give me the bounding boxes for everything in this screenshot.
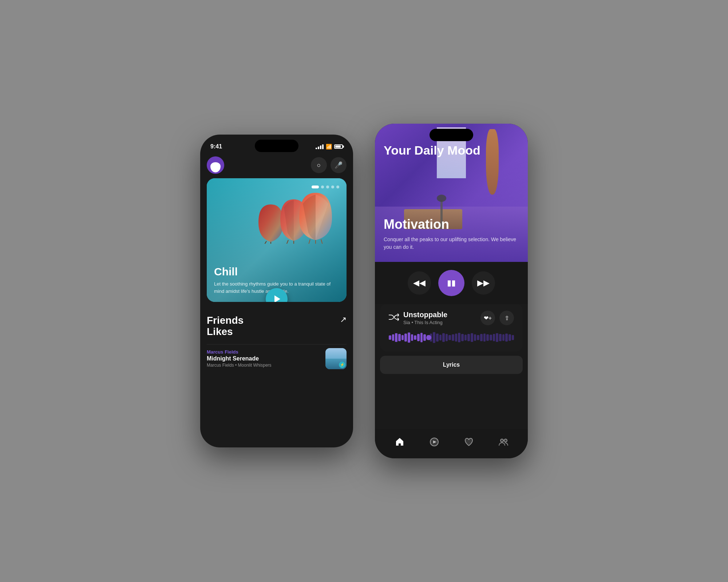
signal-icon [316, 144, 324, 149]
nav-now-playing[interactable] [429, 437, 439, 447]
waveform-container[interactable] [389, 330, 514, 345]
microphone-icon: 🎤 [335, 161, 343, 169]
hero2-description: Conquer all the peaks to our uplifting s… [384, 236, 519, 251]
play-circle-icon [429, 437, 439, 447]
balloon-1 [296, 189, 336, 244]
hero2-title-block: Motivation Conquer all the peaks to our … [384, 217, 519, 251]
pause-button[interactable]: ▮▮ [438, 270, 464, 296]
hero-category: Chill [214, 266, 339, 278]
heart-icon [464, 437, 474, 447]
friend-track-name: Midnight Serenade [207, 355, 272, 362]
avatar[interactable] [207, 156, 224, 174]
hero-dot-5 [336, 186, 339, 188]
search-button[interactable]: ○ [311, 157, 327, 173]
share-icon: ⇧ [505, 315, 509, 322]
pause-icon: ▮▮ [447, 278, 456, 288]
track-name: Unstoppable [403, 311, 476, 319]
phone-1: 9:41 📶 ○ 🎤 [200, 135, 353, 447]
hero-dot-1 [312, 186, 319, 188]
phone1-content: ○ 🎤 [200, 153, 353, 376]
playback-controls: ◀◀ ▮▮ ▶▶ [375, 262, 528, 304]
friends-header: Friends Likes ↗ [207, 315, 347, 338]
status-time: 9:41 [210, 143, 222, 150]
svg-line-3 [321, 239, 323, 244]
next-icon: ▶▶ [477, 278, 490, 288]
friends-see-all-button[interactable]: ↗ [340, 315, 347, 324]
progress-dot[interactable] [426, 335, 431, 340]
svg-line-4 [286, 240, 288, 244]
prev-icon: ◀◀ [413, 278, 426, 288]
prev-button[interactable]: ◀◀ [408, 271, 431, 295]
battery-icon [334, 144, 343, 149]
heart-plus-icon: ❤+ [484, 315, 492, 322]
hero2-area: Your Daily Mood Motivation Conquer all t… [375, 124, 528, 262]
play-icon [274, 295, 280, 302]
like-button[interactable]: ❤+ [480, 311, 495, 325]
svg-line-1 [308, 239, 310, 244]
hero2-mood-title: Motivation [384, 217, 519, 232]
hero-dot-3 [326, 186, 329, 188]
lightning-icon: ⚡ [340, 363, 344, 367]
friends-section: Friends Likes ↗ Marcus Fields Midnight S… [207, 302, 347, 376]
album-badge: ⚡ [339, 362, 345, 368]
bottom-nav [375, 429, 528, 458]
top-bar: ○ 🎤 [207, 153, 347, 178]
friend-album-art: ⚡ [325, 348, 347, 369]
home-icon [395, 437, 405, 447]
friend-item[interactable]: Marcus Fields Midnight Serenade Marcus F… [207, 344, 347, 373]
friends-title: Friends Likes [207, 315, 244, 338]
phone-2: Your Daily Mood Motivation Conquer all t… [375, 124, 528, 458]
dynamic-island-2 [430, 129, 473, 141]
svg-point-10 [500, 439, 503, 442]
search-icon: ○ [317, 162, 321, 169]
svg-line-6 [264, 241, 266, 244]
track-info: Unstoppable Sia • This Is Acting [403, 311, 476, 325]
top-actions: ○ 🎤 [311, 157, 347, 173]
friend-name: Marcus Fields [207, 349, 272, 355]
users-icon [498, 437, 509, 447]
share-button[interactable]: ⇧ [499, 311, 514, 325]
shuffle-icon[interactable] [389, 314, 399, 323]
track-meta: Sia • This Is Acting [403, 320, 476, 325]
track-section: Unstoppable Sia • This Is Acting ❤+ ⇧ [380, 304, 523, 351]
mic-button[interactable]: 🎤 [331, 157, 347, 173]
hero-dot-4 [331, 186, 334, 188]
phone2-content: Your Daily Mood Motivation Conquer all t… [375, 124, 528, 458]
shuffle-svg [389, 314, 399, 321]
album-sky [325, 348, 347, 360]
lyrics-button[interactable]: Lyrics [380, 356, 523, 374]
nav-favorites[interactable] [464, 437, 474, 447]
friend-info: Marcus Fields Midnight Serenade Marcus F… [207, 349, 272, 368]
svg-point-11 [504, 439, 507, 442]
friend-meta: Marcus Fields • Moonlit Whispers [207, 363, 272, 368]
next-button[interactable]: ▶▶ [472, 271, 495, 295]
status-icons: 📶 [316, 144, 343, 150]
hero-dot-2 [321, 186, 324, 188]
hero-card[interactable]: Chill Let the soothing rhythms guide you… [207, 178, 347, 302]
mic-head [437, 195, 446, 202]
nav-home[interactable] [395, 437, 405, 447]
avatar-silhouette [210, 162, 221, 172]
track-actions: ❤+ ⇧ [480, 311, 514, 325]
nav-social[interactable] [498, 437, 509, 447]
dynamic-island [255, 140, 298, 152]
wifi-icon: 📶 [326, 144, 332, 150]
track-top: Unstoppable Sia • This Is Acting ❤+ ⇧ [389, 311, 514, 325]
waveform-bars [389, 330, 514, 345]
hero-pagination [312, 186, 339, 188]
